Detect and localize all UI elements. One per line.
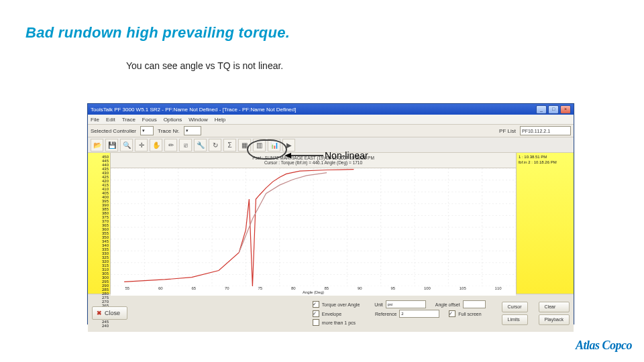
angle-offset-label: Angle offset (435, 302, 460, 307)
torque-over-angle-label: Torque over Angle (322, 302, 360, 307)
menu-trace[interactable]: Trace (122, 117, 136, 123)
legend-panel: 1 : 10.38.51 PM lbf.in 2 : 10.18.26 PM (516, 153, 574, 294)
slide-title: Bad rundown high prevailing torque. (25, 24, 290, 42)
clear-button[interactable]: Clear (539, 302, 570, 312)
menu-edit[interactable]: Edit (106, 117, 115, 123)
y-axis-scale: 4504454404354304254204154104054003953903… (88, 153, 111, 294)
trace-nr-label: Trace Nr. (158, 128, 180, 134)
plot-header-line2: Cursor : Torque (lbf.in) = 446.1 Angle (… (252, 160, 374, 165)
menu-focus[interactable]: Focus (142, 117, 157, 123)
zoom-icon[interactable]: 🔍 (120, 139, 133, 152)
annotation-ellipse (247, 139, 287, 160)
selected-controller-label: Selected Controller (91, 128, 136, 134)
window-titlebar[interactable]: ToolsTalk PF 3000 W5.1 SR2 - PF:Name Not… (88, 104, 574, 115)
envelope-label: Envelope (322, 312, 341, 316)
svg-marker-25 (284, 153, 291, 158)
sum-icon[interactable]: Σ (223, 139, 236, 152)
cursor-icon[interactable]: ✛ (135, 139, 148, 152)
refresh-icon[interactable]: ↻ (209, 139, 221, 152)
preferences-panel: Torque over Angle Unit psi Angle offset … (88, 294, 574, 332)
pf-list-label: PF List (499, 128, 516, 134)
legend-entry-1: 1 : 10.38.51 PM (519, 155, 572, 159)
window-title: ToolsTalk PF 3000 W5.1 SR2 - PF:Name Not… (91, 107, 536, 113)
controller-combo[interactable]: ▾ (140, 126, 154, 135)
legend-entry-2: lbf.in 2 : 10.18.26 PM (519, 160, 572, 164)
chart-workarea: 4504454404354304254204154104054003953903… (88, 153, 574, 294)
angle-offset-input[interactable] (463, 300, 486, 308)
playback-button[interactable]: Playback (539, 314, 570, 325)
pf-list-combo[interactable]: PF10.112.2.1 (520, 126, 571, 135)
menu-help[interactable]: Help (215, 117, 225, 123)
fullscreen-checkbox[interactable] (449, 310, 455, 317)
torque-over-angle-checkbox[interactable] (313, 301, 319, 308)
fullscreen-label: Full screen (458, 312, 481, 316)
cursor-button[interactable]: Cursor (502, 302, 528, 312)
minimize-button[interactable]: _ (536, 105, 547, 114)
plot-canvas[interactable] (111, 168, 516, 286)
close-icon: ✖ (97, 310, 102, 316)
pencil-icon[interactable]: ✏ (164, 139, 177, 152)
toolstalk-window: ToolsTalk PF 3000 W5.1 SR2 - PF:Name Not… (87, 103, 574, 324)
limits-button[interactable]: Limits (502, 314, 528, 325)
brand-logo: Atlas Copco (576, 339, 632, 353)
open-icon[interactable]: 📂 (91, 139, 103, 152)
reference-select[interactable]: 2 (399, 310, 439, 318)
close-window-button[interactable]: × (560, 105, 571, 114)
menu-options[interactable]: Options (164, 117, 182, 123)
wrench-icon[interactable]: 🔧 (194, 139, 207, 152)
slide-caption: You can see angle vs TQ is not linear. (126, 60, 283, 71)
unit-select[interactable]: psi (386, 300, 426, 308)
plot-area: Pset : SUN72 MARRIAGE EAST (19) 06-12-20… (111, 153, 516, 294)
envelope-checkbox[interactable] (313, 310, 319, 317)
close-button[interactable]: ✖Close (92, 306, 127, 320)
menu-bar: File Edit Trace Focus Options Window Hel… (88, 115, 574, 125)
erase-icon[interactable]: ⎚ (179, 139, 192, 152)
maximize-button[interactable]: □ (548, 105, 559, 114)
menu-window[interactable]: Window (189, 117, 207, 123)
selector-bar: Selected Controller ▾ Trace Nr. ▾ PF Lis… (88, 125, 574, 137)
unit-label: Unit (374, 302, 382, 307)
trace-nr-combo[interactable]: ▾ (184, 126, 201, 135)
pan-icon[interactable]: ✋ (150, 139, 162, 152)
menu-file[interactable]: File (91, 117, 99, 123)
annotation-label: Non-linear (325, 150, 368, 161)
more-label: more than 1 pcs (322, 320, 356, 325)
annotation-arrow (284, 152, 325, 160)
save-icon[interactable]: 💾 (105, 139, 118, 152)
more-checkbox[interactable] (313, 319, 319, 326)
close-button-label: Close (105, 310, 120, 316)
reference-label: Reference (375, 312, 396, 316)
